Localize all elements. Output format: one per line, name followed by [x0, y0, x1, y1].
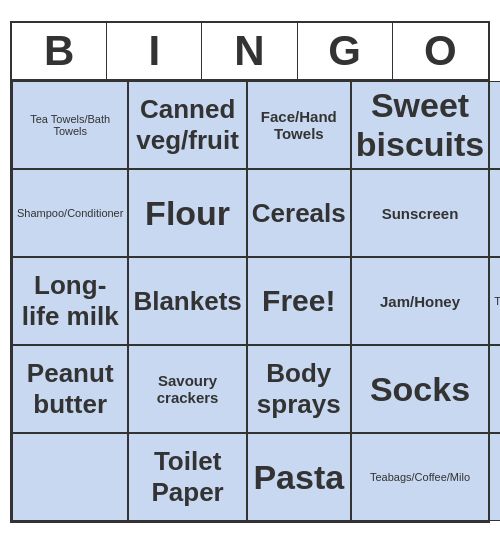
bingo-cell-19[interactable]: Canned soups — [489, 345, 500, 433]
bingo-grid: Tea Towels/Bath TowelsCanned veg/fruitFa… — [12, 79, 488, 521]
bingo-cell-4[interactable]: Nappies/Baby Items — [489, 81, 500, 169]
bingo-cell-10[interactable]: Long-life milk — [12, 257, 128, 345]
bingo-header: BINGO — [12, 23, 488, 79]
bingo-cell-21[interactable]: Toilet Paper — [128, 433, 246, 521]
bingo-cell-16[interactable]: Savoury crackers — [128, 345, 246, 433]
bingo-cell-18[interactable]: Socks — [351, 345, 489, 433]
bingo-cell-17[interactable]: Body sprays — [247, 345, 351, 433]
bingo-cell-9[interactable]: Rice — [489, 169, 500, 257]
bingo-cell-8[interactable]: Sunscreen — [351, 169, 489, 257]
bingo-cell-23[interactable]: Teabags/Coffee/Milo — [351, 433, 489, 521]
header-letter-g: G — [298, 23, 393, 79]
bingo-cell-5[interactable]: Shampoo/Conditioner — [12, 169, 128, 257]
bingo-cell-0[interactable]: Tea Towels/Bath Towels — [12, 81, 128, 169]
bingo-cell-22[interactable]: Pasta — [247, 433, 351, 521]
header-letter-b: B — [12, 23, 107, 79]
bingo-cell-3[interactable]: Sweet biscuits — [351, 81, 489, 169]
bingo-cell-15[interactable]: Peanut butter — [12, 345, 128, 433]
bingo-cell-20[interactable] — [12, 433, 128, 521]
bingo-cell-7[interactable]: Cereals — [247, 169, 351, 257]
bingo-card: BINGO Tea Towels/Bath TowelsCanned veg/f… — [10, 21, 490, 523]
bingo-cell-12[interactable]: Free! — [247, 257, 351, 345]
bingo-cell-13[interactable]: Jam/Honey — [351, 257, 489, 345]
bingo-cell-6[interactable]: Flour — [128, 169, 246, 257]
bingo-cell-11[interactable]: Blankets — [128, 257, 246, 345]
bingo-cell-2[interactable]: Face/Hand Towels — [247, 81, 351, 169]
bingo-cell-14[interactable]: Toothbrushes/Toothpaste — [489, 257, 500, 345]
bingo-cell-24[interactable]: Sugar — [489, 433, 500, 521]
bingo-cell-1[interactable]: Canned veg/fruit — [128, 81, 246, 169]
header-letter-o: O — [393, 23, 488, 79]
header-letter-n: N — [202, 23, 297, 79]
header-letter-i: I — [107, 23, 202, 79]
